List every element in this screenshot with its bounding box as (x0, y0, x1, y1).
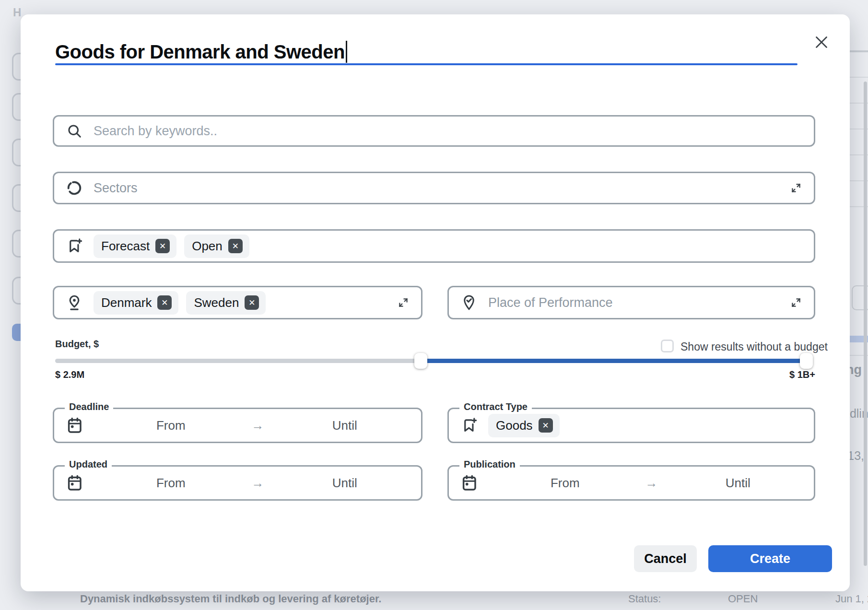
expand-icon[interactable] (790, 182, 802, 194)
bookmark-add-icon (66, 237, 83, 255)
notice-type-tag: Forecast ✕ (94, 235, 176, 258)
publication-until-input[interactable]: Until (662, 476, 814, 491)
background-heading-fragment: H (13, 6, 21, 19)
contract-type-tag: Goods ✕ (488, 414, 560, 437)
remove-tag-button[interactable]: ✕ (157, 295, 172, 310)
calendar-icon (65, 474, 83, 492)
country-tag: Denmark ✕ (94, 291, 178, 315)
range-arrow-icon: → (247, 476, 269, 491)
contract-type-field[interactable]: Contract Type Goods ✕ (447, 408, 815, 443)
country-field[interactable]: Denmark ✕ Sweden ✕ (53, 286, 422, 319)
keyword-search-field[interactable] (53, 115, 815, 147)
scrollbar-track[interactable] (863, 0, 868, 610)
country-tag: Sweden ✕ (186, 291, 266, 315)
contract-type-legend: Contract Type (459, 401, 532, 412)
deadline-field[interactable]: Deadline From → Until (53, 408, 422, 443)
scrollbar-thumb[interactable] (864, 82, 867, 566)
budget-label: Budget, $ (55, 339, 99, 350)
title-input-underline (55, 63, 798, 65)
pin-check-icon (460, 294, 478, 311)
remove-tag-button[interactable]: ✕ (155, 239, 170, 253)
deadline-legend: Deadline (65, 401, 113, 412)
create-saved-search-dialog: Goods for Denmark and Sweden (21, 14, 850, 591)
remove-tag-button[interactable]: ✕ (245, 295, 259, 310)
pin-drop-icon (66, 294, 83, 311)
expand-icon[interactable] (790, 296, 802, 309)
search-input[interactable] (94, 124, 814, 139)
budget-max-value: $ 1B+ (789, 369, 815, 380)
publication-from-input[interactable]: From (489, 476, 641, 491)
text-cursor (346, 41, 347, 63)
budget-slider[interactable] (55, 356, 810, 366)
deadline-until-input[interactable]: Until (269, 418, 422, 433)
tag-label: Goods (496, 418, 533, 433)
budget-handle-max[interactable] (800, 353, 813, 369)
bookmark-add-icon (460, 417, 478, 434)
updated-from-input[interactable]: From (94, 476, 247, 491)
tag-label: Denmark (101, 295, 152, 310)
remove-tag-button[interactable]: ✕ (228, 239, 243, 253)
sectors-pie-icon (66, 179, 83, 197)
notice-type-tag: Open ✕ (184, 235, 249, 258)
deadline-from-input[interactable]: From (94, 418, 247, 433)
notice-type-field[interactable]: Forecast ✕ Open ✕ (53, 229, 815, 263)
saved-search-name-value: Goods for Denmark and Sweden (55, 41, 345, 63)
bg-status-label: Status: (628, 593, 661, 605)
create-button[interactable]: Create (708, 545, 832, 572)
show-without-budget-label: Show results without a budget (680, 340, 828, 353)
tag-label: Sweden (194, 295, 239, 310)
tag-label: Forecast (101, 239, 150, 254)
saved-search-name-input[interactable]: Goods for Denmark and Sweden (55, 39, 798, 64)
cancel-button[interactable]: Cancel (634, 545, 697, 572)
place-of-performance-label: Place of Performance (488, 295, 613, 310)
tag-label: Open (192, 239, 223, 254)
bg-table-row: Dynamisk indkøbssystem til indkøb og lev… (0, 591, 868, 610)
publication-legend: Publication (459, 459, 520, 470)
app-stage: H ng adlin r 13, Dynamisk indkøbssystem … (0, 0, 868, 610)
updated-field[interactable]: Updated From → Until (53, 465, 422, 501)
place-of-performance-field[interactable]: Place of Performance (447, 286, 815, 319)
bg-row-description: Dynamisk indkøbssystem til indkøb og lev… (80, 593, 381, 605)
remove-tag-button[interactable]: ✕ (539, 418, 553, 433)
budget-range-fill (421, 359, 810, 363)
range-arrow-icon: → (247, 418, 269, 433)
sectors-label: Sectors (94, 181, 138, 196)
budget-handle-min[interactable] (414, 353, 427, 369)
updated-legend: Updated (65, 459, 112, 470)
range-arrow-icon: → (641, 476, 662, 491)
budget-min-value: $ 2.9M (55, 369, 84, 380)
updated-until-input[interactable]: Until (269, 476, 422, 491)
calendar-icon (65, 416, 83, 434)
search-icon (66, 122, 83, 140)
expand-icon[interactable] (397, 296, 410, 309)
publication-field[interactable]: Publication From → Until (447, 465, 815, 501)
calendar-icon (460, 474, 478, 492)
close-icon (811, 32, 832, 52)
sectors-field[interactable]: Sectors (53, 172, 815, 204)
show-without-budget-checkbox[interactable] (661, 340, 674, 352)
bg-status-value: OPEN (728, 593, 758, 605)
close-button[interactable] (811, 32, 832, 53)
